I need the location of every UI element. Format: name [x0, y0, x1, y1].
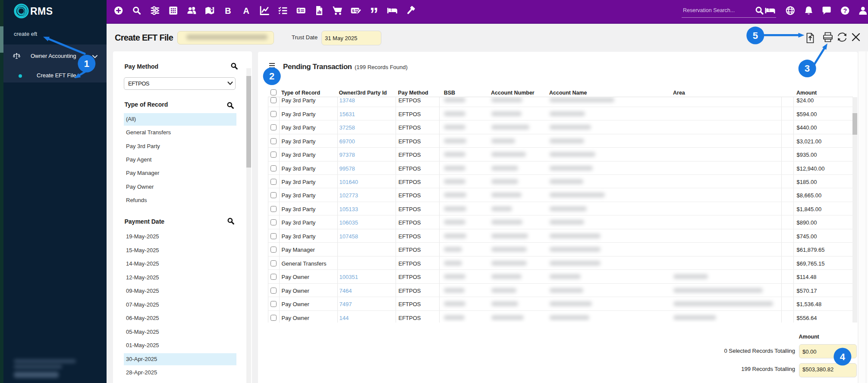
svg-text:5: 5: [753, 30, 758, 41]
